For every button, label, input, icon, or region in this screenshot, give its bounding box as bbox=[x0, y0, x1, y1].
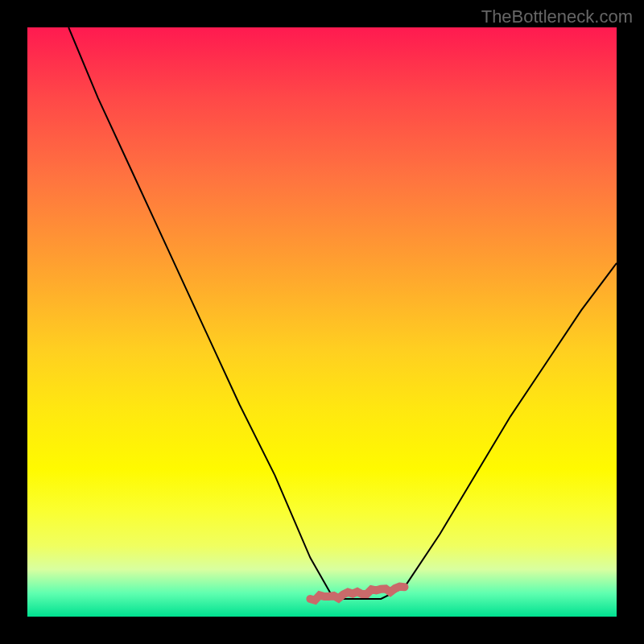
watermark-text: TheBottleneck.com bbox=[481, 6, 633, 27]
bottleneck-curve-line bbox=[68, 27, 617, 599]
chart-plot-area bbox=[27, 27, 617, 617]
chart-svg bbox=[27, 27, 617, 617]
